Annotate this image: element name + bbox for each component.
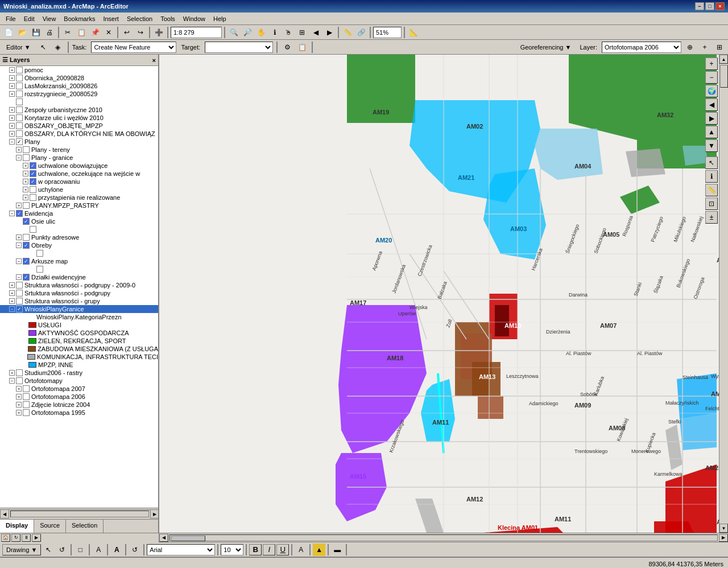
rotate-draw-btn[interactable]: ↺ (56, 544, 68, 556)
pan-down-btn[interactable]: ▼ (705, 139, 718, 152)
map-view[interactable]: Aporwna Jordanowska Czestrzowicka Bałzak… (159, 55, 728, 533)
copy-button[interactable]: 📋 (75, 26, 88, 39)
rect-draw-btn[interactable]: □ (74, 544, 86, 556)
map-area[interactable]: Aporwna Jordanowska Czestrzowicka Bałzak… (159, 55, 728, 533)
layers-content[interactable]: + pomoc + Obornicka_20090828 + LasMokrza… (0, 66, 158, 508)
menu-insert[interactable]: Insert (100, 14, 122, 23)
refresh-btn[interactable]: ↺ (129, 544, 141, 556)
expand-str-wl-grupy[interactable]: + (9, 298, 15, 304)
check-zespoly[interactable] (16, 106, 23, 113)
scroll-right-btn[interactable]: ▶ (150, 509, 159, 518)
full-extent-button[interactable]: ⊞ (296, 26, 308, 39)
identify-tool[interactable]: ℹ (268, 26, 281, 39)
menu-help[interactable]: Help (210, 14, 230, 23)
layer-item-str-wl-grupy[interactable]: + Struktura własności - grupy (0, 297, 158, 305)
prev-extent-button[interactable]: ◀ (309, 26, 322, 39)
layer-item-obszary-obj[interactable]: + OBSZARY_OBJĘTE_MPZP (0, 122, 158, 130)
check-przystapienia[interactable] (30, 194, 36, 201)
layer-item-pomoc[interactable]: + pomoc (0, 66, 158, 74)
zoom-out-map-btn[interactable]: − (705, 71, 718, 84)
check-w-opracowaniu[interactable] (30, 178, 36, 185)
maximize-button[interactable]: □ (705, 2, 714, 10)
zoom-in-tool[interactable]: 🔍 (228, 26, 240, 39)
check-obornicka[interactable] (16, 75, 23, 81)
line-color-btn[interactable]: ▬ (331, 544, 344, 556)
scroll-up-btn[interactable]: ▲ (719, 55, 728, 64)
check-pomoc[interactable] (16, 67, 23, 73)
layer-item-osie-ulic[interactable]: + Osie ulic (0, 217, 158, 225)
check-punkty[interactable] (23, 234, 30, 241)
print-button[interactable]: 🖨 (43, 26, 56, 39)
expand-orto2006[interactable]: + (16, 394, 22, 400)
zoom-box-btn[interactable]: ⊡ (705, 197, 718, 210)
layer-item-plany-tereny[interactable]: + Plany - tereny (0, 146, 158, 154)
cut-button[interactable]: ✂ (61, 26, 74, 39)
expand-obszary-dla[interactable]: + (9, 131, 15, 137)
h-scroll-right-btn[interactable]: ▶ (719, 534, 728, 542)
map-pause-btn[interactable]: ⏸ (22, 534, 31, 542)
expand-plany-rastry[interactable]: + (16, 203, 22, 208)
layer-item-uchwalone-ocz[interactable]: + uchwalone, oczekujące na wejście w (0, 170, 158, 178)
next-extent-button[interactable]: ▶ (323, 26, 336, 39)
pan-tool[interactable]: ✋ (255, 26, 267, 39)
layer-item-srt-wl-podg[interactable]: + Srtuktura własności - podgrupy (0, 289, 158, 297)
check-wnioski[interactable] (16, 306, 23, 312)
expand-korytarze[interactable]: + (9, 115, 15, 121)
measure-map-btn[interactable]: 📏 (705, 184, 718, 196)
pan-left-btn[interactable]: ◀ (705, 98, 718, 111)
menu-tools[interactable]: Tools (157, 14, 179, 23)
tab-selection[interactable]: Selection (66, 520, 104, 533)
expand-ewidencja[interactable]: − (9, 211, 15, 216)
expand-obreby[interactable]: − (16, 242, 22, 248)
check-rozstrzygniecie[interactable] (16, 90, 23, 97)
edit-vertices-tool[interactable]: ◈ (52, 41, 64, 53)
font-color-btn[interactable]: A (295, 544, 307, 556)
font-size-select[interactable]: 10 (221, 544, 243, 555)
h-scroll-thumb-area[interactable] (169, 534, 718, 541)
layer-item-rozstrzygniecie[interactable]: + rozstrzygniecie_20080529 (0, 90, 158, 98)
check-dzialki[interactable] (23, 274, 30, 281)
drawing-dropdown[interactable]: Drawing ▼ (2, 544, 41, 555)
menu-edit[interactable]: Edit (20, 14, 38, 23)
layer-item-wnioski[interactable]: − WnioskiPlanyGranice (0, 305, 158, 313)
layer-item-ewidencja[interactable]: − Ewidencja (0, 209, 158, 217)
expand-obszary-obj[interactable]: + (9, 123, 15, 129)
check-plany-rastry[interactable] (23, 202, 30, 209)
expand-uchylone[interactable]: + (23, 187, 28, 192)
panel-scroll-area[interactable]: ◀ ▶ (0, 508, 159, 519)
save-button[interactable]: 💾 (30, 26, 42, 39)
horizontal-scrollbar[interactable]: 🏠 ↻ ⏸ ▶ ◀ ▶ (0, 533, 728, 542)
scale-input[interactable]: 1:8 279 (171, 27, 222, 38)
undo-button[interactable]: ↩ (121, 26, 133, 39)
expand-plany-tereny[interactable]: + (16, 147, 22, 153)
pan-right-btn[interactable]: ▶ (705, 112, 718, 125)
open-button[interactable]: 📂 (16, 26, 28, 39)
layer-item-obornicka[interactable]: + Obornicka_20090828 (0, 74, 158, 82)
check-uchwalone-ocz[interactable] (30, 170, 36, 177)
layer-item-lasmokrzanski[interactable]: + LasMokrzanski_20090826 (0, 82, 158, 90)
font-bold-btn[interactable]: A (110, 544, 123, 556)
expand-pomoc[interactable]: + (9, 67, 15, 73)
layer-item-plany-rastry[interactable]: + PLANY.MPZP_RASTRY (0, 201, 158, 209)
italic-btn[interactable]: I (263, 544, 275, 555)
expand-uchwalone-ocz[interactable]: + (23, 171, 28, 176)
check-orto1995[interactable] (23, 409, 30, 416)
check-str-wl-2009[interactable] (16, 282, 23, 289)
layer-item-przystapienia[interactable]: + przystąpienia nie realizowane (0, 194, 158, 201)
menu-view[interactable]: View (39, 14, 60, 23)
redo-button[interactable]: ↪ (134, 26, 147, 39)
delete-button[interactable]: ✕ (102, 26, 115, 39)
sketch-props-button[interactable]: ⚙ (281, 41, 293, 53)
georef-tool2[interactable]: + (698, 41, 711, 53)
minimize-button[interactable]: − (695, 2, 704, 10)
zoom-in-map-btn[interactable]: + (705, 57, 718, 70)
expand-ortofotomapy[interactable]: − (9, 378, 15, 384)
expand-obornicka[interactable]: + (9, 75, 15, 81)
check-korytarze[interactable] (16, 114, 23, 121)
expand-orto2007[interactable]: + (16, 386, 22, 392)
layer-item-arkusze[interactable]: − Arkusze map (0, 257, 158, 265)
check-blank4[interactable] (36, 266, 43, 273)
map-refresh-btn[interactable]: ↻ (11, 534, 20, 542)
pan-up-btn[interactable]: ▲ (705, 126, 718, 138)
georef-tool1[interactable]: ⊕ (684, 41, 696, 53)
